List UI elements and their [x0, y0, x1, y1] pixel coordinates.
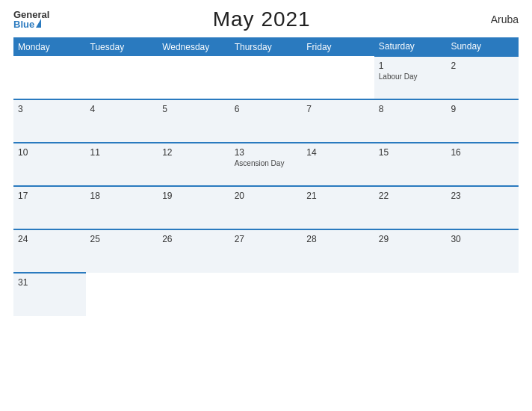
- calendar-day: 12: [158, 143, 230, 186]
- calendar-day: 9: [446, 99, 519, 143]
- calendar-day: 11: [86, 143, 158, 186]
- calendar-day: 5: [158, 99, 230, 143]
- calendar-day: 29: [374, 229, 447, 273]
- header-wednesday: Wednesday: [158, 37, 230, 56]
- day-number: 12: [162, 147, 226, 158]
- header-monday: Monday: [13, 37, 86, 56]
- day-number: 23: [451, 191, 514, 201]
- logo: General Blue: [13, 10, 49, 29]
- calendar-day: 6: [230, 99, 303, 143]
- calendar-day: 24: [13, 229, 86, 273]
- calendar-day: 19: [158, 186, 230, 229]
- calendar-day: 25: [86, 229, 158, 273]
- calendar-day: 21: [302, 186, 374, 229]
- day-number: 13: [235, 147, 298, 158]
- day-number: 5: [162, 104, 226, 114]
- calendar-week-row: 31: [13, 273, 519, 316]
- logo-blue-text: Blue: [13, 19, 34, 29]
- day-number: 15: [379, 147, 442, 158]
- day-number: 3: [18, 104, 81, 114]
- calendar-day: 8: [374, 99, 447, 143]
- calendar-table: Monday Tuesday Wednesday Thursday Friday…: [13, 37, 519, 316]
- header-tuesday: Tuesday: [86, 37, 158, 56]
- day-number: 28: [306, 234, 370, 244]
- logo-triangle-icon: [36, 19, 41, 28]
- calendar-day: 22: [374, 186, 447, 229]
- calendar-week-row: 3456789: [13, 99, 519, 143]
- day-number: 16: [451, 147, 514, 158]
- day-number: 11: [90, 147, 154, 158]
- header-saturday: Saturday: [374, 37, 447, 56]
- country-label: Aruba: [474, 13, 519, 25]
- calendar-day: 3: [13, 99, 86, 143]
- calendar-day: 10: [13, 143, 86, 186]
- calendar-day: 2: [446, 56, 519, 99]
- calendar-title: May 2021: [213, 7, 311, 31]
- calendar-day: [86, 56, 158, 99]
- day-number: 1: [379, 61, 442, 71]
- header-friday: Friday: [302, 37, 374, 56]
- calendar-day: [230, 56, 303, 99]
- calendar-day: [230, 273, 303, 316]
- calendar-week-row: 17181920212223: [13, 186, 519, 229]
- day-number: 22: [379, 191, 442, 201]
- day-number: 30: [451, 234, 514, 244]
- calendar-day: 16: [446, 143, 519, 186]
- day-number: 21: [306, 191, 370, 201]
- calendar-day: 27: [230, 229, 303, 273]
- event-label: Labour Day: [379, 72, 442, 81]
- calendar-day: [374, 273, 447, 316]
- calendar-week-row: 10111213Ascension Day141516: [13, 143, 519, 186]
- day-number: 26: [162, 234, 226, 244]
- calendar-day: 15: [374, 143, 447, 186]
- calendar-day: [13, 56, 86, 99]
- calendar-day: 20: [230, 186, 303, 229]
- calendar-day: 13Ascension Day: [230, 143, 303, 186]
- day-number: 8: [379, 104, 442, 114]
- calendar-day: 31: [13, 273, 86, 316]
- calendar-day: 17: [13, 186, 86, 229]
- calendar-week-row: 24252627282930: [13, 229, 519, 273]
- calendar-day: [446, 273, 519, 316]
- calendar-day: 23: [446, 186, 519, 229]
- calendar-day: 26: [158, 229, 230, 273]
- header-sunday: Sunday: [446, 37, 519, 56]
- calendar-header: General Blue May 2021 Aruba: [13, 7, 519, 31]
- calendar-week-row: 1Labour Day2: [13, 56, 519, 99]
- day-number: 29: [379, 234, 442, 244]
- calendar-day: 7: [302, 99, 374, 143]
- calendar-day: [158, 56, 230, 99]
- day-number: 9: [451, 104, 514, 114]
- day-number: 6: [235, 104, 298, 114]
- calendar-day: [86, 273, 158, 316]
- calendar-day: [302, 56, 374, 99]
- day-number: 31: [18, 277, 81, 288]
- calendar-day: [302, 273, 374, 316]
- day-number: 2: [451, 61, 514, 71]
- weekday-header-row: Monday Tuesday Wednesday Thursday Friday…: [13, 37, 519, 56]
- calendar-day: 4: [86, 99, 158, 143]
- calendar-day: [158, 273, 230, 316]
- day-number: 24: [18, 234, 81, 244]
- header-thursday: Thursday: [230, 37, 303, 56]
- day-number: 25: [90, 234, 154, 244]
- calendar-day: 30: [446, 229, 519, 273]
- calendar-title-area: May 2021: [49, 7, 474, 31]
- calendar-page: General Blue May 2021 Aruba Monday Tuesd…: [0, 0, 532, 411]
- day-number: 10: [18, 147, 81, 158]
- calendar-day: 1Labour Day: [374, 56, 447, 99]
- day-number: 27: [235, 234, 298, 244]
- calendar-day: 28: [302, 229, 374, 273]
- day-number: 17: [18, 191, 81, 201]
- calendar-day: 18: [86, 186, 158, 229]
- day-number: 19: [162, 191, 226, 201]
- calendar-day: 14: [302, 143, 374, 186]
- day-number: 7: [306, 104, 370, 114]
- day-number: 14: [306, 147, 370, 158]
- day-number: 4: [90, 104, 154, 114]
- event-label: Ascension Day: [235, 159, 298, 167]
- day-number: 20: [235, 191, 298, 201]
- day-number: 18: [90, 191, 154, 201]
